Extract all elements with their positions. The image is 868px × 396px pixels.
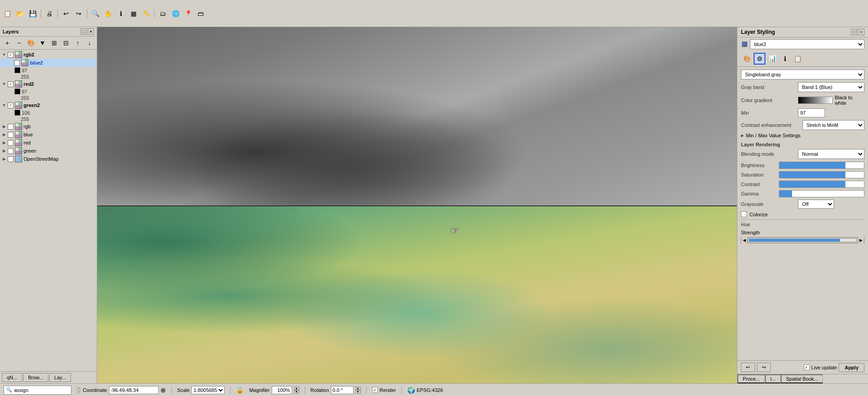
expand-arrow-green[interactable]: ▶ <box>2 149 6 153</box>
style-icon-histogram[interactable]: 📊 <box>766 53 778 65</box>
layers-collapse-all[interactable]: ⊟ <box>61 37 71 48</box>
blending-mode-dropdown[interactable]: Normal <box>798 149 864 159</box>
layers-open-styling[interactable]: 🎨 <box>25 37 36 48</box>
toolbar-save[interactable]: 💾 <box>27 8 38 19</box>
epsg-item[interactable]: 🌍 EPSG:4326 <box>407 387 443 394</box>
layer-item-red2[interactable]: ▼ red2 <box>0 80 97 88</box>
toolbar-undo[interactable]: ↩ <box>61 8 71 19</box>
hue-scroll-right[interactable]: ▶ <box>858 237 864 243</box>
redo-button[interactable]: ↪ <box>757 363 771 372</box>
layers-browse-button[interactable]: Brow... <box>23 373 48 382</box>
layer-item-rgb2[interactable]: ▼ rgb2 <box>0 51 97 59</box>
layer-name-rgb2: rgb2 <box>24 52 34 57</box>
layers-move-down[interactable]: ↓ <box>84 37 95 48</box>
magnifier-down[interactable]: ▼ <box>294 390 299 394</box>
toolbar-new[interactable]: 📋 <box>2 8 13 19</box>
checkbox-red2[interactable] <box>8 81 14 87</box>
search-box[interactable]: 🔍 × <box>4 386 71 395</box>
hue-scrollbar[interactable]: ◀ ▶ <box>741 237 864 243</box>
toolbar-print[interactable]: 🖨 <box>44 8 55 19</box>
expand-arrow-red2[interactable]: ▼ <box>2 82 6 86</box>
hue-scroll-left[interactable]: ◀ <box>741 237 748 243</box>
layer-select-dropdown[interactable]: blue2 <box>750 39 864 49</box>
gamma-slider[interactable] <box>779 190 864 197</box>
expand-arrow-osm[interactable]: ▶ <box>2 157 6 161</box>
checkbox-blue[interactable] <box>8 132 14 138</box>
checkbox-blue2[interactable] <box>14 60 20 66</box>
min-input[interactable] <box>798 108 825 117</box>
style-icon-transparency[interactable]: ⚙ <box>754 53 765 65</box>
checkbox-rgb[interactable] <box>8 124 14 130</box>
layers-panel-close[interactable]: × <box>88 28 94 35</box>
toolbar-add-vector[interactable]: 📍 <box>183 8 193 19</box>
layers-move-up[interactable]: ↑ <box>72 37 83 48</box>
layer-item-green[interactable]: ▶ green <box>0 147 97 155</box>
layer-item-blue[interactable]: ▶ blue <box>0 130 97 139</box>
brightness-slider[interactable] <box>779 162 864 169</box>
undo-button[interactable]: ↩ <box>741 363 755 372</box>
checkbox-osm[interactable] <box>8 156 14 162</box>
layers-filter[interactable]: ▼ <box>37 37 48 48</box>
style-icon-metadata[interactable]: 📋 <box>792 53 803 65</box>
toolbar-add-pg[interactable]: 🗃 <box>195 8 206 19</box>
layers-add-layer[interactable]: + <box>2 37 13 48</box>
rotation-input[interactable] <box>331 386 354 394</box>
toolbar-redo[interactable]: ↪ <box>73 8 84 19</box>
style-icon-properties[interactable]: ℹ <box>779 53 791 65</box>
coordinate-input[interactable] <box>109 386 159 394</box>
layers-expand-all[interactable]: ⊞ <box>49 37 60 48</box>
toolbar-identify[interactable]: ℹ <box>115 8 126 19</box>
expand-arrow-red[interactable]: ▶ <box>2 140 6 145</box>
search-clear-button[interactable]: × <box>78 387 80 393</box>
expand-arrow-blue[interactable]: ▶ <box>2 132 6 137</box>
layer-item-rgb[interactable]: ▶ rgb <box>0 122 97 130</box>
toolbar-measure[interactable]: 📏 <box>141 8 151 19</box>
checkbox-rgb2[interactable] <box>8 52 14 58</box>
l-button[interactable]: l... <box>765 374 781 383</box>
toolbar-select[interactable]: ▦ <box>128 8 139 19</box>
style-icon-paint[interactable]: 🎨 <box>741 53 753 65</box>
layers-lay-button[interactable]: Lay... <box>49 373 71 382</box>
search-input[interactable] <box>14 387 76 393</box>
styling-panel-float[interactable]: □ <box>851 29 857 35</box>
layer-item-green2[interactable]: ▼ green2 <box>0 101 97 109</box>
expand-arrow-rgb[interactable]: ▶ <box>2 124 6 129</box>
styling-panel-close[interactable]: × <box>858 29 864 35</box>
toolbar-open[interactable]: 📂 <box>14 8 25 19</box>
contrast-enhancement-dropdown[interactable]: Stretch to MinM <box>802 120 864 130</box>
saturation-slider[interactable] <box>779 171 864 178</box>
apply-button[interactable]: Apply <box>839 363 864 372</box>
rotation-down[interactable]: ▼ <box>355 390 361 394</box>
grayscale-dropdown[interactable]: Off <box>798 200 834 209</box>
checkbox-green[interactable] <box>8 148 14 154</box>
spatial-book-button[interactable]: Spatial Book... <box>781 374 823 383</box>
toolbar-pan[interactable]: ✋ <box>103 8 113 19</box>
live-update-checkbox[interactable]: ✓ <box>804 364 810 370</box>
gray-band-dropdown[interactable]: Band 1 (Blue) <box>798 82 864 92</box>
map-canvas[interactable]: ☞ <box>97 27 737 383</box>
checkbox-red[interactable] <box>8 140 14 146</box>
layers-qn-button[interactable]: qN... <box>2 373 22 382</box>
contrast-slider[interactable] <box>779 181 864 188</box>
rotation-up[interactable]: ▲ <box>355 387 361 390</box>
layer-item-osm[interactable]: ▶ OpenStreetMap <box>0 155 97 163</box>
min-max-settings-toggle[interactable]: ▶ Min / Max Value Settings <box>741 133 864 138</box>
proce-button[interactable]: Proce... <box>737 374 765 383</box>
layer-item-blue2[interactable]: blue2 <box>0 59 97 67</box>
toolbar-layers[interactable]: 🗂 <box>157 8 168 19</box>
toolbar-add-raster[interactable]: 🌐 <box>170 8 181 19</box>
scale-dropdown[interactable]: 1:8005685 <box>191 386 225 394</box>
layers-panel-float[interactable]: □ <box>80 28 87 35</box>
magnifier-up[interactable]: ▲ <box>294 387 299 390</box>
colorize-checkbox[interactable] <box>741 211 747 217</box>
layers-remove-layer[interactable]: − <box>14 37 24 48</box>
renderer-dropdown[interactable]: Singleband gray <box>741 70 864 79</box>
expand-arrow-rgb2[interactable]: ▼ <box>2 52 6 57</box>
styling-panel-title: Layer Styling <box>741 29 775 35</box>
expand-arrow-green2[interactable]: ▼ <box>2 103 6 107</box>
checkbox-green2[interactable] <box>8 102 14 108</box>
layer-item-red[interactable]: ▶ red <box>0 139 97 147</box>
toolbar-zoom-in[interactable]: 🔍 <box>90 8 101 19</box>
render-checkbox[interactable]: ✓ <box>372 387 378 393</box>
magnifier-input[interactable] <box>272 386 292 394</box>
